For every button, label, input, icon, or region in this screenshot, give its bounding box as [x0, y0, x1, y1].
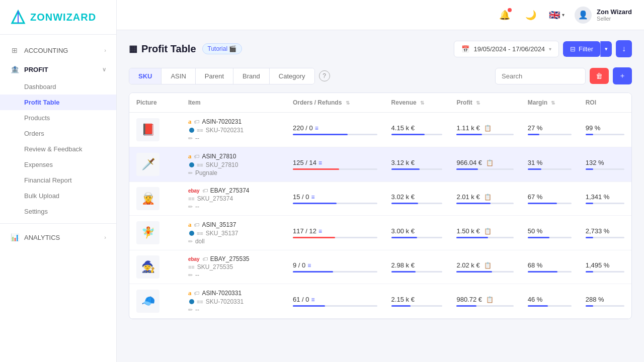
col-orders[interactable]: Orders / Refunds ⇅	[286, 93, 384, 113]
revenue-bar	[391, 168, 443, 170]
download-button[interactable]: ↓	[616, 40, 632, 57]
col-margin[interactable]: Margin ⇅	[521, 93, 579, 113]
roi-bar-fill	[586, 305, 593, 307]
sidebar-item-financial-report[interactable]: Financial Report	[0, 172, 116, 188]
cell-profit: 966.04 € 📋	[449, 147, 520, 182]
sort-icon-revenue: ⇅	[420, 100, 424, 106]
list-icon[interactable]: ≡	[318, 228, 322, 235]
cell-profit: 980.72 € 📋	[449, 284, 520, 319]
col-revenue[interactable]: Revenue ⇅	[384, 93, 450, 113]
copy-icon[interactable]: 📋	[486, 296, 494, 303]
sidebar-item-bulk-upload[interactable]: Bulk Upload	[0, 188, 116, 204]
add-button[interactable]: ＋	[613, 67, 632, 84]
col-item: Item	[181, 93, 286, 113]
edit-icon[interactable]: ✏	[188, 170, 193, 176]
profit-bar	[456, 305, 513, 307]
margin-value: 46 %	[528, 296, 572, 303]
copy-icon[interactable]: 📋	[484, 228, 492, 235]
tab-sku[interactable]: SKU	[129, 68, 162, 84]
date-range-picker[interactable]: 📅 19/05/2024 - 17/06/2024 ▾	[454, 41, 559, 57]
orders-bar-fill	[293, 271, 333, 273]
list-icon[interactable]: ≡	[311, 194, 315, 201]
sidebar-item-settings[interactable]: Settings	[0, 204, 116, 219]
orders-bar-fill	[293, 305, 325, 307]
notification-badge	[508, 8, 512, 12]
item-name: doll	[195, 238, 205, 245]
tab-parent[interactable]: Parent	[196, 68, 233, 84]
sidebar-item-dashboard[interactable]: Dashboard	[0, 79, 116, 95]
sidebar-item-analytics[interactable]: 📊 ANALYTICS ›	[0, 228, 116, 247]
cell-picture: 🧙	[129, 250, 181, 284]
cell-revenue: 3.02 k €	[384, 182, 450, 216]
profit-bar-fill	[456, 305, 476, 307]
margin-bar-fill	[528, 168, 541, 170]
language-selector[interactable]: 🇬🇧 ▾	[549, 10, 565, 21]
chevron-down-icon: ∨	[102, 66, 106, 73]
copy-icon[interactable]: 📋	[484, 262, 492, 269]
revenue-bar-fill	[391, 237, 417, 238]
top-header: 🔔 🌙 🇬🇧 ▾ 👤 Zon Wizard Seller	[117, 0, 644, 30]
sidebar-item-accounting[interactable]: ⊞ ACCOUNTING ›	[0, 41, 116, 60]
trash-icon: 🗑	[596, 72, 603, 80]
orders-bar	[293, 134, 377, 135]
sidebar-item-profit[interactable]: 🏦 PROFIT ∨	[0, 60, 116, 79]
margin-value: 67 %	[528, 193, 572, 201]
sidebar-item-expenses[interactable]: Expenses	[0, 157, 116, 172]
list-icon[interactable]: ≡	[311, 296, 315, 303]
search-input[interactable]	[495, 68, 586, 84]
tutorial-badge[interactable]: Tutorial 🎬	[202, 43, 243, 54]
cell-profit: 2.01 k € 📋	[449, 182, 520, 216]
table-row: 📕 a 🏷 ASIN-7020231 ≡≡ SKU-7020231 ✏ --	[129, 113, 631, 147]
cell-item: ebay 🏷 EBAY_275374 ≡≡ SKU_275374 ✏ --	[181, 182, 286, 216]
header-right: 🔔 🌙 🇬🇧 ▾ 👤 Zon Wizard Seller	[497, 7, 632, 24]
sidebar-item-orders[interactable]: Orders	[0, 126, 116, 141]
tab-category[interactable]: Category	[270, 68, 314, 84]
edit-icon[interactable]: ✏	[188, 135, 193, 142]
margin-bar-fill	[528, 271, 557, 273]
list-icon[interactable]: ≡	[318, 159, 322, 166]
edit-icon[interactable]: ✏	[188, 307, 193, 313]
copy-icon[interactable]: 📋	[484, 125, 492, 132]
cell-revenue: 3.00 k €	[384, 216, 450, 250]
revenue-value: 3.00 k €	[391, 227, 443, 235]
tab-brand[interactable]: Brand	[233, 68, 270, 84]
sidebar-item-review-feedback[interactable]: Review & Feedback	[0, 141, 116, 157]
help-icon[interactable]: ?	[319, 70, 330, 81]
lang-arrow: ▾	[562, 12, 565, 18]
sidebar-item-products[interactable]: Products	[0, 110, 116, 126]
cell-picture: 🧝	[129, 182, 181, 216]
roi-bar	[586, 168, 624, 170]
edit-icon[interactable]: ✏	[188, 238, 193, 245]
edit-icon[interactable]: ✏	[188, 204, 193, 210]
profit-value: 980.72 €	[456, 296, 482, 303]
item-sku: SKU_275374	[197, 195, 233, 202]
cell-margin: 46 %	[521, 284, 579, 319]
product-image: 📕	[136, 118, 159, 141]
revenue-bar	[391, 134, 443, 135]
list-icon[interactable]: ≡	[315, 125, 318, 132]
sidebar-item-profit-table[interactable]: Profit Table	[0, 95, 116, 110]
cell-profit: 1.50 k € 📋	[449, 216, 520, 250]
edit-icon[interactable]: ✏	[188, 272, 193, 279]
list-icon[interactable]: ≡	[307, 262, 311, 269]
item-sku: SKU_35137	[206, 230, 238, 237]
margin-bar	[528, 203, 572, 204]
copy-icon[interactable]: 📋	[486, 159, 494, 166]
col-profit[interactable]: Profit ⇅	[449, 93, 520, 113]
cell-item: a 🏷 ASIN-7020331 ≡≡ SKU-7020331 ✏ --	[181, 284, 286, 319]
tab-asin[interactable]: ASIN	[162, 68, 195, 84]
user-profile[interactable]: 👤 Zon Wizard Seller	[575, 7, 632, 24]
copy-icon[interactable]: 📋	[484, 194, 492, 201]
filter-dropdown-button[interactable]: ▾	[600, 41, 612, 57]
dark-mode-button[interactable]: 🌙	[523, 7, 539, 23]
logo-icon	[10, 9, 26, 25]
notifications-button[interactable]: 🔔	[497, 7, 513, 23]
revenue-bar	[391, 305, 443, 307]
margin-value: 68 %	[528, 261, 572, 269]
cell-roi: 1,341 %	[579, 182, 631, 216]
clear-button[interactable]: 🗑	[590, 68, 609, 84]
filter-button[interactable]: ⊟ Filter	[563, 41, 600, 57]
cell-roi: 288 %	[579, 284, 631, 319]
item-name: Pugnale	[195, 169, 217, 176]
profit-bar-fill	[456, 271, 492, 273]
